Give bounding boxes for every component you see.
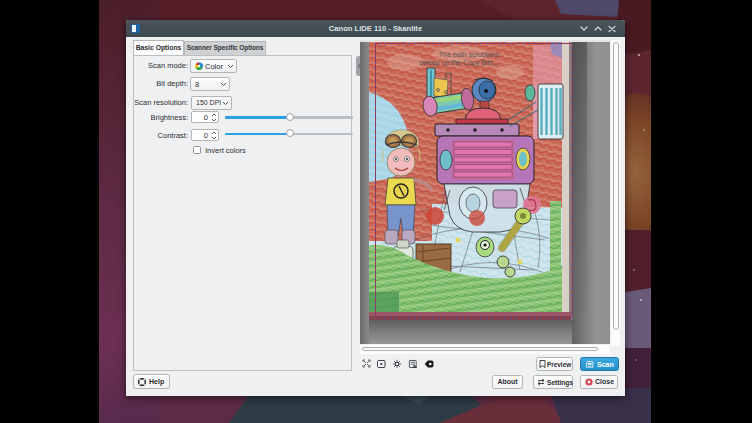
svg-text:sweep up the Copy Bits...: sweep up the Copy Bits...: [419, 59, 498, 67]
svg-text:The bath scrubbers: The bath scrubbers: [439, 51, 500, 58]
